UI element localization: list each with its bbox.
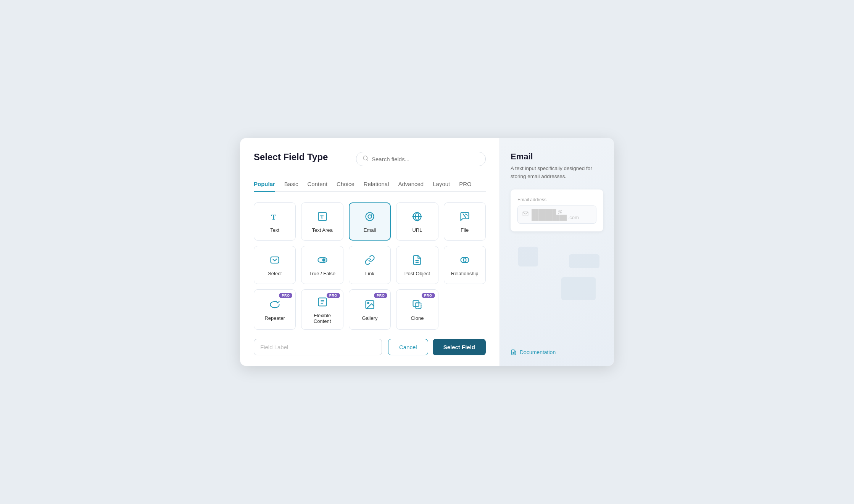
flexiblecontent-icon	[317, 297, 328, 309]
tab-pro[interactable]: PRO	[459, 181, 472, 192]
search-input[interactable]	[372, 156, 479, 162]
side-panel: Email A text input specifically designed…	[500, 138, 614, 366]
field-card-select[interactable]: Select	[254, 246, 296, 284]
preview-email-placeholder: ███████ @ ██████████ .com	[532, 209, 591, 220]
field-card-file[interactable]: File	[444, 202, 486, 241]
documentation-label: Documentation	[520, 349, 556, 355]
svg-text:T: T	[271, 213, 276, 221]
link-icon	[364, 255, 375, 267]
select-field-type-modal: Select Field Type Popular Basic Content …	[240, 138, 614, 366]
preview-label: Email address	[517, 197, 596, 202]
field-card-repeater-label: Repeater	[264, 315, 285, 321]
tab-basic[interactable]: Basic	[284, 181, 298, 192]
svg-text:T: T	[320, 214, 324, 220]
preview-box: Email address ███████ @ ██████████ .com	[511, 189, 603, 231]
tab-popular[interactable]: Popular	[254, 181, 275, 192]
tab-choice[interactable]: Choice	[337, 181, 354, 192]
field-card-postobject-label: Post Object	[404, 271, 430, 276]
field-card-email-label: Email	[364, 227, 376, 233]
field-card-link[interactable]: Link	[349, 246, 391, 284]
field-card-relationship[interactable]: Relationship	[444, 246, 486, 284]
field-card-select-label: Select	[268, 271, 282, 276]
gallery-icon	[364, 299, 375, 311]
field-card-flexiblecontent[interactable]: PRO Flexible Content	[301, 289, 343, 330]
tab-layout[interactable]: Layout	[433, 181, 450, 192]
mail-icon	[522, 211, 529, 218]
tab-content[interactable]: Content	[308, 181, 328, 192]
textarea-icon: T	[317, 211, 328, 223]
field-card-gallery[interactable]: PRO Gallery	[349, 289, 391, 330]
main-panel: Select Field Type Popular Basic Content …	[240, 138, 500, 366]
decorative-area	[511, 239, 603, 349]
field-card-truefalse-label: True / False	[309, 271, 335, 276]
relationship-icon	[459, 255, 470, 267]
footer: Cancel Select Field	[254, 339, 486, 355]
modal-title: Select Field Type	[254, 152, 328, 162]
svg-line-1	[367, 159, 368, 161]
pro-badge-gallery: PRO	[374, 293, 387, 298]
field-card-truefalse[interactable]: True / False	[301, 246, 343, 284]
svg-point-11	[322, 258, 325, 262]
field-card-text-label: Text	[270, 227, 279, 233]
preview-email-input: ███████ @ ██████████ .com	[517, 205, 596, 224]
field-card-relationship-label: Relationship	[451, 271, 479, 276]
field-card-email[interactable]: Email	[349, 202, 391, 241]
field-type-title: Email	[511, 152, 603, 162]
file-icon	[459, 211, 470, 223]
field-card-text[interactable]: T Text	[254, 202, 296, 241]
clone-icon	[412, 299, 422, 311]
pro-badge-clone: PRO	[422, 293, 435, 298]
field-card-gallery-label: Gallery	[362, 315, 377, 321]
field-card-url[interactable]: URL	[396, 202, 438, 241]
text-icon: T	[269, 211, 280, 223]
pro-badge-repeater: PRO	[279, 293, 292, 298]
select-icon	[269, 255, 280, 267]
field-card-url-label: URL	[412, 227, 422, 233]
field-card-textarea-label: Text Area	[312, 227, 332, 233]
search-bar	[356, 152, 486, 166]
truefalse-icon	[317, 255, 328, 267]
url-icon	[412, 211, 422, 223]
pro-badge-flexiblecontent: PRO	[327, 293, 340, 298]
svg-rect-9	[271, 257, 279, 263]
tab-advanced[interactable]: Advanced	[398, 181, 424, 192]
tabs-container: Popular Basic Content Choice Relational …	[254, 181, 486, 192]
field-card-clone-label: Clone	[411, 315, 424, 321]
field-card-flexiblecontent-label: Flexible Content	[305, 313, 339, 324]
svg-point-5	[366, 213, 374, 221]
select-field-button[interactable]: Select Field	[433, 339, 486, 355]
cancel-button[interactable]: Cancel	[388, 339, 428, 355]
field-label-input[interactable]	[254, 339, 382, 355]
footer-buttons: Cancel Select Field	[388, 339, 486, 355]
field-card-clone[interactable]: PRO Clone	[396, 289, 438, 330]
svg-rect-21	[413, 301, 419, 307]
field-card-postobject[interactable]: Post Object	[396, 246, 438, 284]
field-card-link-label: Link	[365, 271, 374, 276]
field-card-textarea[interactable]: T Text Area	[301, 202, 343, 241]
svg-rect-20	[416, 303, 421, 309]
search-icon	[363, 155, 369, 163]
svg-point-19	[367, 302, 369, 304]
postobject-icon	[412, 255, 422, 267]
repeater-icon	[269, 299, 280, 311]
field-card-repeater[interactable]: PRO Repeater	[254, 289, 296, 330]
tab-relational[interactable]: Relational	[364, 181, 389, 192]
documentation-link[interactable]: Documentation	[511, 349, 603, 355]
doc-icon	[511, 349, 517, 355]
email-icon	[364, 211, 375, 223]
field-grid: T Text T Text Area Email	[254, 202, 486, 330]
field-card-file-label: File	[461, 227, 469, 233]
field-type-desc: A text input specifically designed for s…	[511, 165, 603, 180]
